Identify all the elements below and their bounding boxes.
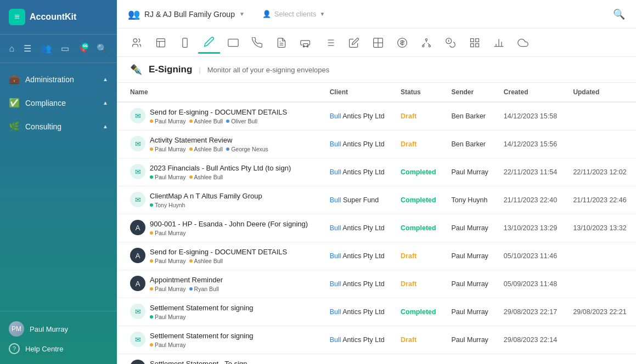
row-title: Send for E-signing - DOCUMENT DETAILS [150,108,287,116]
col-status: Status [394,83,444,102]
svg-point-21 [429,45,430,47]
tag-dot [150,343,153,346]
cell-name: A Send for E-signing - DOCUMENT DETAILS … [117,242,323,270]
user-profile[interactable]: PM Paul Murray [9,318,108,340]
sidebar-item-compliance[interactable]: ✅ Compliance ▲ [0,91,117,115]
tag-label: Paul Murray [155,286,186,292]
esigning-page-icon: ✒️ [130,64,142,76]
row-title: Send for E-signing - DOCUMENT DETAILS [150,248,287,256]
row-icon: ✉ [130,332,145,347]
table-row[interactable]: ✉ Activity Statement Review Paul Murray … [117,130,636,158]
sidebar-nav-icons: ⌂ ☰ 👥 ▭ 🔖 66 🔍 [0,35,117,63]
toolbar-mobile[interactable] [174,32,196,54]
table-row[interactable]: ✉ Settlement Statement for signing Paul … [117,298,636,326]
help-icon: ? [9,343,20,354]
tag-label: Paul Murray [155,258,186,264]
page-title: E-Signing [149,64,192,75]
cell-created: 14/12/2023 15:58 [497,102,567,130]
toolbar-edit[interactable] [343,32,365,54]
toolbar-people[interactable] [126,32,148,54]
cell-name: A Settlement Statement - To sign Paul Mu… [117,354,323,365]
row-title: Settlement Statement for signing [150,304,254,312]
help-centre[interactable]: ? Help Centre [9,340,108,357]
toolbar-list[interactable] [319,32,341,54]
consulting-icon: 🌿 [9,121,20,132]
badge-icon[interactable]: 🔖 66 [76,42,89,56]
tag-label: Paul Murray [155,118,186,124]
toolbar-cloud[interactable] [512,32,534,54]
toolbar-wallet[interactable] [222,32,244,54]
tag: Paul Murray [150,342,186,348]
row-icon: ✉ [130,164,145,179]
table-row[interactable]: A Settlement Statement - To sign Paul Mu… [117,354,636,365]
tag: Ryan Bull [189,286,219,292]
cell-name: ✉ Activity Statement Review Paul Murray … [117,130,323,158]
cell-status: Draft [394,130,444,158]
toolbar-hierarchy[interactable] [415,32,437,54]
cell-client: Bull Antics Pty Ltd [323,158,394,186]
tag-dot [150,231,153,235]
table-row[interactable]: A Send for E-signing - DOCUMENT DETAILS … [117,242,636,270]
sidebar-item-consulting[interactable]: 🌿 Consulting ▲ [0,115,117,138]
toolbar-task[interactable] [271,32,292,54]
cell-client: Bull Antics Pty Ltd [323,326,394,354]
sidebar-item-consulting-label: Consulting [25,122,61,131]
table-row[interactable]: A 900-001 - HP - Esanda - John Deere (Fo… [117,214,636,242]
table-row[interactable]: ✉ ClientMap A n T Altus Family Group Ton… [117,186,636,214]
tag: Ashlee Bull [189,174,223,180]
tag-label: Paul Murray [155,314,186,320]
cell-sender: Paul Murray [444,214,497,242]
table-row[interactable]: ✉ Send for E-signing - DOCUMENT DETAILS … [117,102,636,130]
cell-status: Completed [394,214,444,242]
tablet-icon[interactable]: ▭ [59,41,71,56]
row-icon: ✉ [130,136,145,151]
toolbar-coins[interactable] [440,32,461,54]
table-row[interactable]: ✉ 2023 Financials - Bull Antics Pty Ltd … [117,158,636,186]
toolbar-grid[interactable] [464,32,486,54]
tag-dot [150,315,153,318]
compliance-arrow: ▲ [103,100,108,106]
svg-rect-1 [157,38,165,47]
cell-created: 29/08/2023 22:09 [497,354,567,365]
client-selector[interactable]: 👤 Select clients ▼ [262,10,325,18]
toolbar-entity[interactable] [150,32,172,54]
list-icon[interactable]: ☰ [21,41,33,56]
cell-updated [566,270,636,298]
svg-rect-23 [471,38,474,42]
avatar: PM [9,321,24,337]
row-title: 2023 Financials - Bull Antics Pty Ltd (t… [150,164,291,172]
sidebar-item-administration[interactable]: 💼 Administration ▲ [0,67,117,91]
administration-icon: 💼 [9,74,20,84]
tag-label: Ashlee Bull [194,118,223,124]
tag-dot [150,203,153,207]
tag-dot [150,259,153,263]
svg-rect-24 [476,38,479,42]
client-icon: 👤 [262,10,271,18]
toolbar-chart[interactable] [488,32,510,54]
tag: Ashlee Bull [189,146,223,152]
toolbar-dollar[interactable] [391,32,413,54]
tag-dot [226,120,229,123]
toolbar-phone[interactable] [246,32,268,54]
toolbar-esigning[interactable] [198,32,220,54]
group-selector[interactable]: 👥 RJ & AJ Bull Family Group ▼ [128,8,245,20]
people-icon[interactable]: 👥 [38,41,54,56]
table-header-row: Name Client Status Sender Created Update… [117,83,636,102]
table-row[interactable]: A Appointment Reminder Paul Murray Ryan … [117,270,636,298]
col-sender: Sender [444,83,497,102]
help-label: Help Centre [25,345,63,353]
topbar-search-icon[interactable]: 🔍 [613,9,625,20]
col-updated: Updated [566,83,636,102]
toolbar-car[interactable] [295,32,317,54]
toolbar-table2[interactable] [367,32,389,54]
home-icon[interactable]: ⌂ [7,42,17,56]
tag: Paul Murray [150,258,186,264]
row-title: Settlement Statement for signing [150,332,254,340]
topbar-right: 🔍 [613,8,625,20]
sidebar: ≡ AccountKit ⌂ ☰ 👥 ▭ 🔖 66 🔍 💼 Administra… [0,0,117,364]
search-icon[interactable]: 🔍 [94,41,110,56]
table-row[interactable]: ✉ Settlement Statement for signing Paul … [117,326,636,354]
cell-created: 05/09/2023 11:48 [497,270,567,298]
col-client: Client [323,83,394,102]
cell-status: Draft [394,326,444,354]
